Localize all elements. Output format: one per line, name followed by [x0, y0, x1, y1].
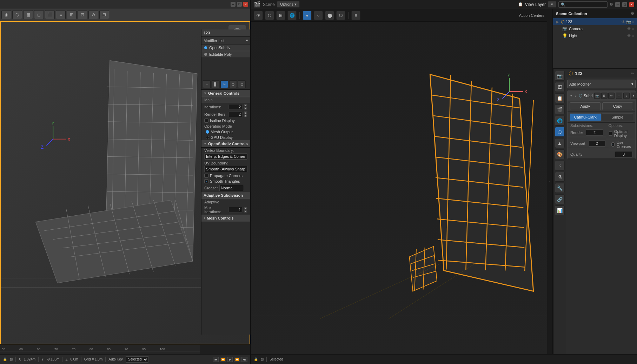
prop-render-icon[interactable]: 📷	[555, 71, 565, 81]
modifier-item-opensubdiv[interactable]: OpenSubdiv	[201, 45, 250, 51]
cam-icon-123[interactable]: 📷	[626, 20, 631, 24]
mod-mesh-icon[interactable]: ⊙	[229, 80, 237, 88]
toolbar-btn-8[interactable]: ⊙	[88, 10, 98, 19]
options-button[interactable]: Options ▾	[277, 1, 300, 8]
iterations-up[interactable]: ▲	[244, 104, 247, 107]
prev-frame-btn[interactable]: ⏪	[220, 357, 226, 362]
max-iterations-stepper[interactable]: ▲ ▼	[244, 207, 247, 213]
toolbar-btn-6[interactable]: ⊞	[67, 10, 77, 19]
mod-down-btn[interactable]: ↓	[623, 93, 630, 99]
toolbar-btn-4[interactable]: ⬛	[45, 10, 55, 19]
prop-output-icon[interactable]: 🖼	[555, 82, 565, 92]
toolbar-btn-3[interactable]: ◻	[34, 10, 44, 19]
propagate-corners-checkbox[interactable]	[204, 174, 208, 178]
apply-button[interactable]: Apply	[570, 102, 601, 110]
simple-btn[interactable]: Simple	[602, 113, 633, 121]
viewport-value-input[interactable]	[588, 140, 606, 147]
cam-icon-camera[interactable]: ○	[632, 27, 634, 31]
outliner-item-123[interactable]: ▶ ⬡ 123 👁 📷 ○	[553, 18, 637, 25]
viewport-material-icon[interactable]: ○	[314, 11, 323, 20]
prop-view-layer-icon[interactable]: 📋	[555, 93, 565, 103]
outliner-item-camera[interactable]: 📷 Camera 👁 ○	[553, 25, 637, 32]
modifier-list-dropdown-icon[interactable]: ▾	[246, 38, 248, 43]
next-frame-btn[interactable]: ⏩	[234, 357, 240, 362]
prop-particles-icon[interactable]: ⁖	[555, 161, 565, 170]
viewport-menu-icon[interactable]: ≡	[351, 11, 360, 20]
filter-icon[interactable]: ⚙	[610, 2, 613, 7]
mod-display-icon[interactable]: ▊	[212, 80, 219, 88]
iterations-stepper[interactable]: ▲ ▼	[244, 104, 247, 110]
crease-select[interactable]: Normal	[219, 185, 244, 191]
mod-realtime-btn[interactable]: 📷	[594, 93, 600, 99]
maximize-button[interactable]: □	[237, 2, 242, 7]
opensubdiv-controls-header[interactable]: ▼ OpenSubdiv Controls	[201, 140, 250, 148]
mod-active-icon[interactable]: ✂	[220, 80, 228, 88]
action-centers-label[interactable]: Action Centers	[519, 13, 544, 18]
cam-icon-light[interactable]: ○	[632, 34, 634, 38]
max-iterations-down[interactable]: ▼	[244, 210, 247, 213]
play-end-btn[interactable]: ⏭	[241, 357, 247, 362]
outliner-filter-icon[interactable]: ⚙	[631, 11, 634, 16]
modifier-item-editable-poly[interactable]: Editable Poly	[201, 51, 250, 58]
optimal-display-checkbox[interactable]	[609, 132, 612, 136]
viewport-nav-icon[interactable]: ⬡	[265, 11, 274, 20]
close-button[interactable]: ✕	[243, 2, 248, 7]
mod-settings-icon[interactable]: ⊡	[238, 80, 246, 88]
minimize-button[interactable]: ─	[231, 2, 235, 7]
mod-check-icon[interactable]: ✓	[574, 94, 577, 98]
prop-modifier-icon[interactable]: 🔧	[555, 183, 565, 193]
view-layer-options-button[interactable]: ▾	[548, 1, 556, 8]
toolbar-btn-7[interactable]: ⊡	[78, 10, 87, 19]
selected-dropdown[interactable]: Selected	[126, 356, 148, 363]
prop-physics-icon[interactable]: ⚗	[555, 172, 565, 182]
max-iterations-input[interactable]	[228, 207, 243, 213]
main-3d-viewport[interactable]: X Y Z	[251, 22, 547, 354]
use-creases-checkbox[interactable]	[611, 142, 615, 147]
prop-world-icon[interactable]: 🌐	[555, 116, 565, 126]
viewport-camera-icon[interactable]: 👁	[254, 11, 263, 20]
vertex-boundary-select[interactable]: Interp. Edges & Corners	[204, 153, 247, 160]
render-iters-input[interactable]	[228, 112, 243, 117]
viewport-grid-icon[interactable]: ⊞	[276, 11, 285, 20]
eye-icon-camera[interactable]: 👁	[627, 27, 631, 31]
hide-icon-123[interactable]: ○	[632, 20, 634, 24]
collapse-sidebar-btn[interactable]: ‹	[547, 9, 553, 354]
search-input[interactable]	[558, 1, 608, 8]
viewport-solid-icon[interactable]: ●	[303, 11, 312, 20]
mod-edit-btn[interactable]: ✏	[608, 93, 615, 99]
prop-edit-icon[interactable]: ✏	[631, 71, 634, 76]
prop-constraints-icon[interactable]: 🔗	[555, 194, 565, 204]
isoline-checkbox[interactable]	[204, 119, 208, 123]
viewport-wireframe-icon[interactable]: ⬡	[336, 11, 345, 20]
mod-expand-icon[interactable]: ▼	[570, 94, 573, 97]
right-close-btn[interactable]: ✕	[629, 2, 634, 7]
gpu-display-radio[interactable]	[206, 136, 209, 139]
viewport-rendered-icon[interactable]: ⬤	[325, 11, 334, 20]
play-btn[interactable]: ▶	[227, 357, 233, 362]
general-controls-header[interactable]: ▼ General Controls	[201, 90, 250, 97]
prop-mesh-icon[interactable]: ▲	[555, 138, 565, 148]
viewport-overlay-icon[interactable]: 🌐	[287, 11, 297, 20]
iterations-input[interactable]	[228, 104, 243, 110]
toolbar-btn-0[interactable]: ◉	[1, 10, 11, 19]
mod-render-btn[interactable]: 🖥	[601, 93, 608, 99]
catmull-clark-btn[interactable]: Catmul-Clark	[570, 113, 601, 121]
mod-menu-btn[interactable]: ▾	[631, 93, 637, 99]
play-start-btn[interactable]: ⏮	[213, 357, 219, 362]
eye-icon-light[interactable]: 👁	[627, 34, 631, 38]
max-iterations-up[interactable]: ▲	[244, 207, 247, 210]
prop-scene-icon[interactable]: 🎬	[555, 105, 565, 114]
mod-pin-icon[interactable]: ←	[203, 80, 211, 88]
render-iters-down[interactable]: ▼	[244, 114, 247, 117]
render-iters-up[interactable]: ▲	[244, 111, 247, 114]
render-iters-stepper[interactable]: ▲ ▼	[244, 111, 247, 117]
right-maximize-btn[interactable]: □	[622, 2, 627, 7]
mod-up-btn[interactable]: ↑	[616, 93, 622, 99]
prop-data-icon[interactable]: 📊	[555, 205, 565, 215]
add-modifier-button[interactable]: Add Modifier ▾	[567, 80, 636, 88]
outliner-item-light[interactable]: 💡 Light 👁 ○	[553, 32, 637, 39]
toolbar-btn-5[interactable]: ≡	[56, 10, 66, 19]
toolbar-btn-2[interactable]: ▦	[23, 10, 33, 19]
quality-value-input[interactable]	[615, 151, 632, 157]
copy-button[interactable]: Copy	[602, 102, 633, 110]
